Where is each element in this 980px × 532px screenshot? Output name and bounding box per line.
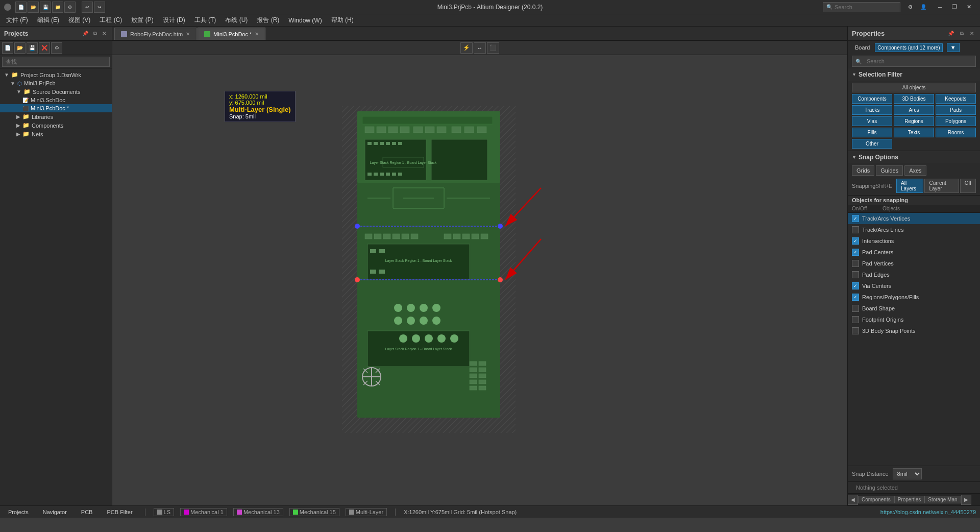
tab-mini3[interactable]: Mini3.PcbDoc * ✕ [198, 28, 265, 40]
menu-routing[interactable]: 布线 (U) [221, 15, 252, 26]
menu-project[interactable]: 工程 (C) [95, 15, 126, 26]
tree-item-group[interactable]: ▼ 📁 Project Group 1.DsnWrk [0, 70, 112, 79]
snap-checkbox-track-arcs-vertices[interactable] [852, 215, 859, 222]
statusbar-tab-navigator[interactable]: Navigator [39, 508, 71, 516]
sel-btn-texts[interactable]: Texts [894, 128, 934, 137]
snap-obj-track-arcs-vertices[interactable]: Track/Arcs Vertices [848, 213, 980, 224]
proj-close-btn[interactable]: ❌ [39, 42, 50, 54]
sel-btn-all-objects[interactable]: All objects [852, 83, 976, 92]
statusbar-tab-pcb[interactable]: PCB [77, 508, 97, 516]
sel-btn-tracks[interactable]: Tracks [852, 105, 892, 115]
snap-checkbox-3d-body-snap[interactable] [852, 327, 859, 334]
status-link[interactable]: https://blog.csdn.net/weixin_44450279 [880, 509, 976, 515]
route-btn[interactable]: ↔ [474, 42, 486, 54]
tab-mini3-close[interactable]: ✕ [255, 31, 259, 37]
menu-design[interactable]: 设计 (D) [159, 15, 189, 26]
components-btn[interactable]: Components (and 12 more) [875, 43, 942, 52]
toolbar-undo[interactable]: ↩ [82, 2, 93, 13]
scroll-left-btn[interactable]: ◀ [848, 495, 858, 505]
proj-new-btn[interactable]: 📄 [2, 42, 13, 54]
toolbar-redo[interactable]: ↪ [94, 2, 105, 13]
snap-off-btn[interactable]: Off [960, 179, 976, 193]
toolbar-5[interactable]: ⚙ [64, 2, 76, 13]
snap-checkbox-track-arcs-lines[interactable] [852, 226, 859, 233]
snap-checkbox-footprint-origins[interactable] [852, 316, 859, 323]
bottom-tab-properties[interactable]: Properties [894, 496, 925, 503]
sel-btn-polygons[interactable]: Polygons [936, 116, 976, 126]
statusbar-tab-projects[interactable]: Projects [4, 508, 33, 516]
tab-robofly[interactable]: RoboFly.PcbDoc.htm ✕ [114, 28, 197, 40]
close-btn[interactable]: ✕ [962, 0, 976, 14]
menu-file[interactable]: 文件 (F) [2, 15, 32, 26]
snap-obj-pad-centers[interactable]: Pad Centers [848, 247, 980, 258]
layer-chip-ls[interactable]: LS [154, 508, 174, 516]
layer-chip-mech13[interactable]: Mechanical 13 [233, 508, 283, 516]
tree-item-sourcedocs[interactable]: ▼ 📁 Source Documents [0, 87, 112, 96]
sel-btn-keepouts[interactable]: Keepouts [936, 94, 976, 104]
snap-obj-footprint-origins[interactable]: Footprint Origins [848, 314, 980, 325]
properties-search-input[interactable] [864, 57, 972, 66]
filter-funnel-btn[interactable]: ▼ [947, 43, 960, 52]
panel-float-btn[interactable]: ⧉ [92, 30, 99, 37]
tree-item-libraries[interactable]: ▶ 📁 Libraries [0, 112, 112, 121]
proj-save-btn[interactable]: 💾 [27, 42, 38, 54]
snap-checkbox-via-centers[interactable] [852, 282, 859, 289]
snap-checkbox-regions-polygons-fills[interactable] [852, 294, 859, 301]
snap-checkbox-pad-centers[interactable] [852, 249, 859, 256]
menu-help[interactable]: 帮助 (H) [327, 15, 358, 26]
snap-options-header[interactable]: ▼ Snap Options [848, 151, 980, 163]
menu-place[interactable]: 放置 (P) [127, 15, 157, 26]
menu-reports[interactable]: 报告 (R) [253, 15, 283, 26]
properties-close-btn[interactable]: ✕ [968, 30, 976, 37]
sel-btn-fills[interactable]: Fills [852, 128, 892, 137]
statusbar-tab-pcb-filter[interactable]: PCB Filter [103, 508, 136, 516]
snap-checkbox-intersections[interactable] [852, 237, 859, 245]
tree-item-nets[interactable]: ▶ 📁 Nets [0, 130, 112, 138]
properties-float-btn[interactable]: ⧉ [958, 30, 966, 37]
sel-btn-components[interactable]: Components [852, 94, 892, 104]
toolbar-save[interactable]: 💾 [40, 2, 51, 13]
menu-window[interactable]: Window (W) [284, 16, 326, 25]
guides-btn[interactable]: Guides [876, 165, 903, 176]
bottom-tab-storage[interactable]: Storage Man [924, 496, 961, 503]
snap-obj-pad-vertices[interactable]: Pad Vertices [848, 258, 980, 269]
projects-search-input[interactable] [2, 57, 110, 67]
snap-all-layers-btn[interactable]: All Layers [896, 179, 923, 193]
grids-btn[interactable]: Grids [852, 165, 874, 176]
toolbar-new[interactable]: 📄 [15, 2, 27, 13]
sel-btn-vias[interactable]: Vias [852, 116, 892, 126]
snap-obj-pad-edges[interactable]: Pad Edges [848, 269, 980, 280]
toolbar-open[interactable]: 📂 [28, 2, 39, 13]
snap-checkbox-pad-vertices[interactable] [852, 260, 859, 267]
sel-btn-rooms[interactable]: Rooms [936, 128, 976, 137]
panel-pin-btn[interactable]: 📌 [81, 30, 90, 37]
snap-obj-via-centers[interactable]: Via Centers [848, 280, 980, 292]
snap-obj-intersections[interactable]: Intersections [848, 235, 980, 247]
titlebar-search-input[interactable] [835, 4, 896, 10]
tree-item-pcbdoc[interactable]: ⬛ Mini3.PcbDoc * [0, 104, 112, 112]
account-btn[interactable]: 👤 [918, 2, 929, 13]
sel-btn-other[interactable]: Other [852, 139, 892, 149]
clear-btn[interactable]: ⬛ [487, 42, 499, 54]
axes-btn[interactable]: Axes [904, 165, 926, 176]
snap-obj-regions-polygons-fills[interactable]: Regions/Polygons/Fills [848, 292, 980, 303]
layer-chip-mech1[interactable]: Mechanical 1 [180, 508, 227, 516]
tree-item-project[interactable]: ▼ ⬡ Mini3.PrjPcb [0, 79, 112, 87]
filter-btn[interactable]: ⚡ [460, 42, 473, 54]
pcb-canvas[interactable]: x: 1260.000 mil y: 675.000 mil Multi-Lay… [112, 55, 847, 505]
sel-btn-regions[interactable]: Regions [894, 116, 934, 126]
properties-pin-btn[interactable]: 📌 [946, 30, 956, 37]
sel-btn-arcs[interactable]: Arcs [894, 105, 934, 115]
sel-btn-pads[interactable]: Pads [936, 105, 976, 115]
proj-open-btn[interactable]: 📂 [14, 42, 26, 54]
snap-obj-track-arcs-lines[interactable]: Track/Arcs Lines [848, 224, 980, 235]
restore-btn[interactable]: ❐ [947, 0, 962, 14]
sel-btn-3d-bodies[interactable]: 3D Bodies [894, 94, 934, 104]
snap-checkbox-pad-edges[interactable] [852, 271, 859, 278]
snap-obj-board-shape[interactable]: Board Shape [848, 303, 980, 314]
menu-view[interactable]: 视图 (V) [64, 15, 94, 26]
tree-item-components[interactable]: ▶ 📁 Components [0, 121, 112, 130]
proj-settings-btn[interactable]: ⚙ [51, 42, 62, 54]
snap-obj-3d-body-snap[interactable]: 3D Body Snap Points [848, 325, 980, 336]
scroll-right-btn[interactable]: ▶ [961, 495, 971, 505]
